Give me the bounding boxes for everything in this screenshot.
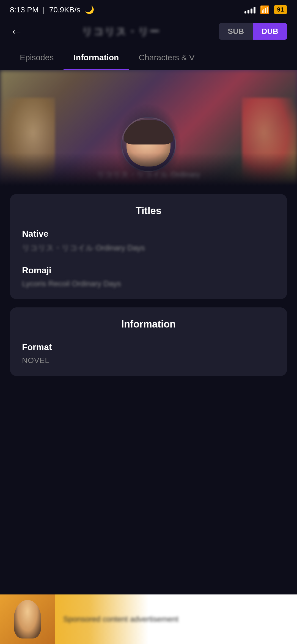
romaji-title-field: Romaji Lycoris Recoil Ordinary Days <box>22 265 275 288</box>
signal-icon <box>244 6 255 13</box>
time: 8:13 PM <box>10 6 38 14</box>
format-label: Format <box>22 342 275 352</box>
sub-button[interactable]: SUB <box>219 23 253 40</box>
tab-episodes[interactable]: Episodes <box>10 45 64 70</box>
character-hair <box>124 120 173 144</box>
tab-information[interactable]: Information <box>64 45 129 70</box>
top-nav: ← リコリス・リー SUB DUB <box>0 18 297 45</box>
page-title: リコリス・リー <box>29 24 213 39</box>
ad-person-image <box>14 600 41 638</box>
romaji-label: Romaji <box>22 265 275 275</box>
main-content: Titles Native リコリス・リコイル Ordinary Days Ro… <box>0 186 297 392</box>
battery-indicator: 91 <box>274 5 287 14</box>
hero-banner: リコリス・リコイル Ordinary <box>0 70 297 186</box>
native-title-field: Native リコリス・リコイル Ordinary Days <box>22 229 275 253</box>
dub-button[interactable]: DUB <box>253 23 287 40</box>
hero-gradient-overlay <box>0 153 297 186</box>
information-heading: Information <box>22 318 275 330</box>
ad-text: Sponsored content advertisement <box>55 608 187 631</box>
native-label: Native <box>22 229 275 239</box>
native-value: リコリス・リコイル Ordinary Days <box>22 243 275 253</box>
titles-heading: Titles <box>22 205 275 217</box>
tab-characters[interactable]: Characters & V <box>129 45 204 70</box>
status-time-speed: 8:13 PM | 70.9KB/s 🌙 <box>10 5 94 14</box>
ad-thumbnail <box>0 594 55 644</box>
back-button[interactable]: ← <box>10 25 23 38</box>
sub-dub-toggle: SUB DUB <box>219 23 287 40</box>
status-bar: 8:13 PM | 70.9KB/s 🌙 📶 91 <box>0 0 297 18</box>
tab-bar: Episodes Information Characters & V <box>0 45 297 70</box>
romaji-value: Lycoris Recoil Ordinary Days <box>22 279 275 288</box>
format-value: NOVEL <box>22 356 275 365</box>
ad-banner[interactable]: Sponsored content advertisement <box>0 594 297 644</box>
information-card: Information Format NOVEL <box>10 307 287 376</box>
network-speed: 70.9KB/s <box>49 6 81 14</box>
status-icons: 📶 91 <box>244 5 287 14</box>
wifi-icon: 📶 <box>260 5 270 14</box>
format-field: Format NOVEL <box>22 342 275 365</box>
titles-card: Titles Native リコリス・リコイル Ordinary Days Ro… <box>10 194 287 299</box>
